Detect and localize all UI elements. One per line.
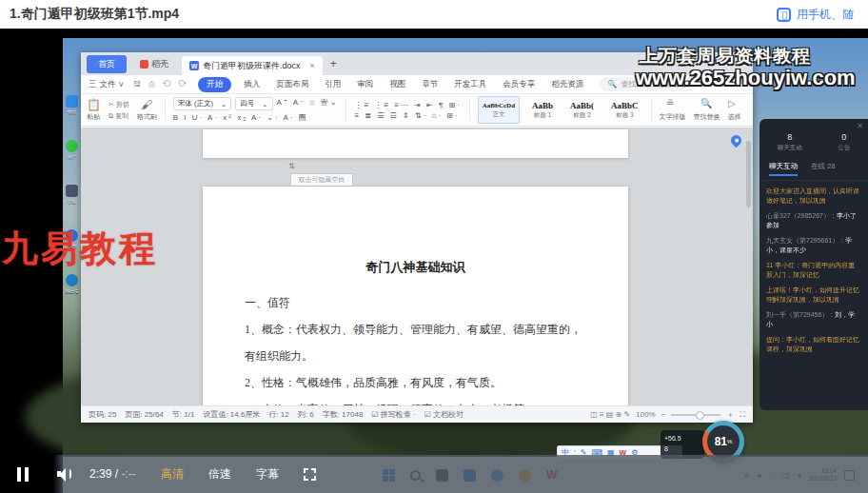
wps-document-tab[interactable]: W 奇门遁甲初级班课件.docx ×: [182, 56, 323, 75]
doc-line: 3、人物：当官的，厂长，经理，管事的，名人，老板等。: [245, 396, 586, 405]
menu-tab-layout[interactable]: 页面布局: [272, 77, 312, 92]
font-size-buttons[interactable]: A⁺ A⁻ ⌂ 壹⌄: [277, 97, 339, 110]
menu-tab-section[interactable]: 章节: [418, 77, 442, 92]
menu-tab-developer[interactable]: 开发工具: [450, 77, 490, 92]
file-menu[interactable]: 三 文件 ∨: [89, 79, 125, 90]
font-name-select[interactable]: 宋体 (正文)⌄: [173, 97, 231, 110]
zoom-slider[interactable]: [671, 414, 720, 416]
chat-message: 欢迎大家进入直播间，认真听课做好笔记，加以巩固: [766, 187, 861, 206]
menu-tab-docer-res[interactable]: 稻壳资源: [547, 77, 587, 92]
menu-tab-references[interactable]: 引用: [321, 77, 345, 92]
fullscreen-icon[interactable]: [304, 468, 316, 481]
chat-message: 提问：李小红，如何看图好记忆课程，加深巩固: [766, 335, 861, 354]
find-replace-tool[interactable]: 🔍查找替换: [694, 96, 720, 124]
wps-writer-icon: W: [189, 61, 199, 70]
status-proofread[interactable]: ☑ 文档校对: [424, 409, 464, 420]
chevron-down-icon: ⌄: [221, 100, 227, 108]
player-control-bar: 2:39 / -:-- 高清 倍速 字幕: [0, 455, 868, 493]
paragraph-buttons-row1[interactable]: ⋮≡ ⋮≡ ≡⋯ ⇥ ⇤ ¶ ⊞·: [354, 101, 461, 109]
status-spellcheck[interactable]: ☑ 拼写检查 ·: [371, 409, 415, 420]
watch-on-mobile-label: 用手机、随: [797, 7, 854, 23]
live-chat-panel: ✕ 8 聊天互动 0 公告 聊天互动 在线 28 欢迎大家进入直播: [760, 119, 868, 410]
volume-icon[interactable]: [57, 467, 72, 481]
video-player[interactable]: 腾讯 微信 安装 345 Micr E 首页 稻壳 W 奇门遁甲初级班课件.do…: [0, 29, 868, 493]
select-tool[interactable]: ▷选择: [728, 96, 741, 124]
desktop-icon-edge[interactable]: Micr E: [65, 274, 78, 294]
fit-page-icon[interactable]: ⛶: [740, 410, 745, 420]
font-group: 宋体 (正文)⌄ 四号⌄ A⁺ A⁻ ⌂ 壹⌄ B I U· A· x² x₂ …: [173, 96, 339, 124]
format-painter-icon: 🖌: [137, 99, 157, 110]
watermark-url: www.265zhouyiw.com: [636, 66, 856, 90]
wechat-icon: [66, 140, 78, 152]
chat-tab-online[interactable]: 在线 28: [811, 162, 835, 176]
menu-tab-home[interactable]: 开始: [198, 77, 231, 92]
document-area[interactable]: ⇅ 双击可隐藏空白 奇门八神基础知识 一、值符 1、概念：代表权力、领导能力、管…: [81, 128, 753, 405]
wps-ribbon: 📋 粘贴 ✂ 剪切 ⧉ 复制 🖌 格式刷 宋体 (正文)⌄: [81, 94, 753, 127]
style-normal[interactable]: AaBbCcDd 正文: [478, 96, 520, 124]
title-bar: 1.奇门遁甲初级班第1节.mp4 用手机、随: [0, 0, 868, 29]
menu-tab-member[interactable]: 会员专享: [499, 77, 539, 92]
paste-group[interactable]: 📋 粘贴: [87, 96, 101, 124]
status-setting: 设置值: 14.6厘米: [203, 409, 260, 420]
paste-icon: 📋: [87, 99, 101, 110]
menu-tab-insert[interactable]: 插入: [240, 77, 264, 92]
wps-docer-tab[interactable]: 稻壳: [132, 55, 176, 73]
wps-window: 首页 稻壳 W 奇门遁甲初级班课件.docx × + 三 文件: [81, 52, 753, 423]
subtitle-button[interactable]: 字幕: [256, 466, 279, 483]
pause-button[interactable]: [17, 467, 29, 482]
tab-close-icon[interactable]: ×: [310, 61, 315, 70]
style-heading1[interactable]: AaBb 标题 1: [527, 96, 558, 124]
doc-line: 有组织能力。: [245, 343, 586, 369]
vertical-scrollbar[interactable]: [746, 141, 751, 207]
watch-on-mobile[interactable]: 用手机、随: [777, 7, 858, 23]
phone-icon: [777, 8, 791, 22]
chat-stat: 0 公告: [838, 132, 850, 152]
quality-button[interactable]: 高清: [161, 466, 184, 483]
desktop-icon-setup[interactable]: 安装: [66, 185, 78, 205]
tencent-icon: [66, 95, 78, 108]
style-heading2[interactable]: AaBb( 标题 2: [565, 96, 599, 124]
doc-line: 1、概念：代表权力、领导能力、管理能力、有威望、德高望重的，: [245, 316, 586, 343]
app-window: 1.奇门遁甲初级班第1节.mp4 用手机、随 腾讯 微信 安装 345 Micr…: [0, 0, 868, 493]
wps-home-button[interactable]: 首页: [87, 55, 127, 73]
zoom-out-button[interactable]: −: [661, 410, 666, 419]
hamburger-icon: 三: [89, 79, 97, 90]
location-pin-icon[interactable]: [729, 133, 744, 148]
chat-stat: 8 聊天互动: [778, 132, 802, 152]
cursor-icon: ▷: [728, 99, 740, 111]
chat-tab-messages[interactable]: 聊天互动: [769, 162, 798, 176]
paragraph-buttons-row2[interactable]: ≡ ≣ ☰ ☲ ⇕ ⇅· ⌂· ⊞·: [354, 111, 461, 120]
desktop-icon-wechat[interactable]: 微信: [66, 140, 78, 160]
menu-tab-view[interactable]: 视图: [385, 77, 409, 92]
chevron-down-icon: ⌄: [262, 100, 267, 108]
paragraph-group: ⋮≡ ⋮≡ ≡⋯ ⇥ ⇤ ¶ ⊞· ≡ ≣ ☰ ☲ ⇕ ⇅· ⌂· ⊞·: [354, 96, 461, 124]
doc-heading: 奇门八神基础知识: [203, 259, 628, 276]
format-painter[interactable]: 🖌 格式刷: [137, 96, 157, 124]
docer-icon: [140, 60, 148, 69]
copy-icon: ⧉: [108, 112, 113, 119]
new-tab-button[interactable]: +: [330, 57, 337, 70]
chat-stats: 8 聊天互动 0 公告: [760, 132, 868, 152]
recorded-desktop: 腾讯 微信 安装 345 Micr E 首页 稻壳 W 奇门遁甲初级班课件.do…: [63, 38, 868, 493]
chat-tabs: 聊天互动 在线 28: [760, 152, 868, 181]
status-wordcount: 字数: 17048: [323, 409, 364, 420]
desktop-icon-tencent[interactable]: 腾讯: [66, 95, 78, 115]
font-size-select[interactable]: 四号⌄: [235, 97, 272, 110]
speed-button[interactable]: 倍速: [208, 466, 231, 483]
quick-access-icons[interactable]: 🖫 ⎙ ⟲ ⟳: [133, 80, 189, 89]
chat-message-list[interactable]: 欢迎大家进入直播间，认真听课做好笔记，加以巩固 心童327（2985267）：李…: [760, 181, 868, 360]
style-heading3[interactable]: AaBbC 标题 3: [606, 96, 643, 124]
edge-icon: [66, 274, 78, 286]
chat-message: 九天玄女（第7295661）：学小，课量不少: [766, 236, 861, 255]
view-mode-icons[interactable]: ◫ ≡ ▤ ⊕ ✎: [590, 410, 630, 419]
chat-message: 心童327（2985267）：李小了参加: [766, 211, 861, 230]
cut-icon: ✂: [108, 101, 114, 108]
doc-line: 一、值符: [245, 289, 586, 316]
zoom-in-button[interactable]: ＋: [726, 409, 734, 420]
text-layout-tool[interactable]: ≞文字排版: [660, 96, 686, 124]
document-page[interactable]: 奇门八神基础知识 一、值符 1、概念：代表权力、领导能力、管理能力、有威望、德高…: [203, 187, 628, 405]
chat-close-icon[interactable]: ✕: [857, 122, 863, 130]
clipboard-group[interactable]: ✂ 剪切 ⧉ 复制: [108, 96, 129, 124]
font-format-buttons[interactable]: B I U· A· x² x₂ A· ⌄· A· 圈: [173, 112, 339, 123]
menu-tab-review[interactable]: 审阅: [353, 77, 377, 92]
